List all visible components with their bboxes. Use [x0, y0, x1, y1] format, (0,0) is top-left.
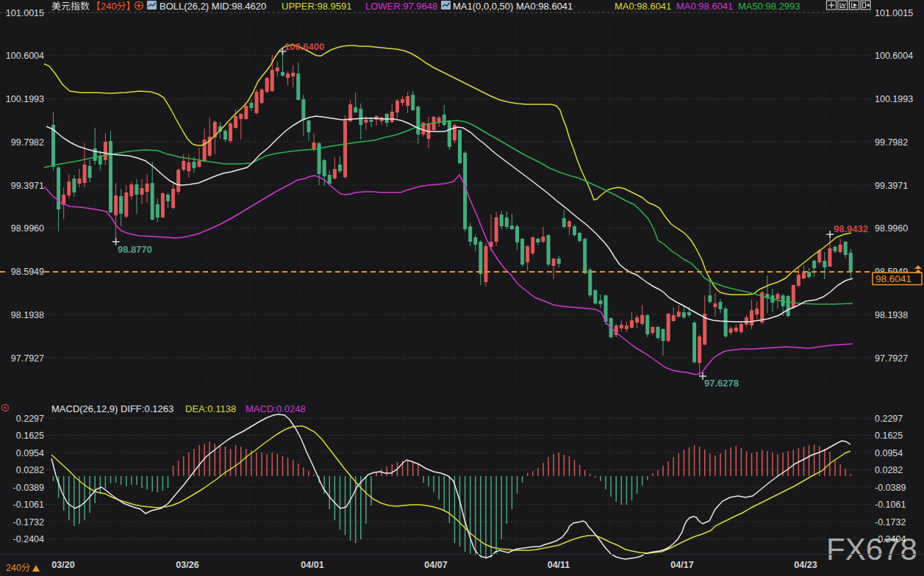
svg-text:-0.1061: -0.1061 — [875, 500, 906, 510]
svg-text:99.7982: 99.7982 — [875, 137, 908, 148]
svg-text:-0.1061: -0.1061 — [13, 500, 44, 510]
svg-text:98.9960: 98.9960 — [11, 223, 44, 234]
svg-text:100.1993: 100.1993 — [875, 94, 913, 104]
svg-text:98.9960: 98.9960 — [875, 223, 908, 234]
svg-text:2: 2 — [101, 1, 106, 12]
svg-text:99.7982: 99.7982 — [11, 137, 44, 148]
svg-text:-0.0389: -0.0389 — [13, 483, 44, 493]
svg-text:-0.0389: -0.0389 — [875, 483, 906, 493]
svg-text:97.6278: 97.6278 — [704, 378, 739, 389]
svg-text:99.3971: 99.3971 — [11, 181, 44, 191]
svg-text:-0.2404: -0.2404 — [875, 534, 906, 544]
svg-text:101.0015: 101.0015 — [6, 8, 44, 18]
svg-text:04/11: 04/11 — [548, 560, 570, 570]
svg-text:0.1625: 0.1625 — [16, 431, 44, 441]
svg-text:0: 0 — [112, 1, 117, 12]
svg-text:04/07: 04/07 — [424, 560, 447, 570]
svg-text:0.0282: 0.0282 — [875, 465, 903, 475]
svg-text:04/01: 04/01 — [301, 560, 323, 570]
svg-text:4: 4 — [106, 1, 111, 12]
svg-text:0.1625: 0.1625 — [875, 431, 903, 441]
svg-text:MACD:0.0248: MACD:0.0248 — [246, 403, 306, 414]
svg-text:04/17: 04/17 — [670, 560, 693, 570]
svg-text:101.0015: 101.0015 — [875, 8, 913, 18]
svg-text:-0.1732: -0.1732 — [875, 517, 906, 528]
svg-text:100.6004: 100.6004 — [6, 51, 44, 61]
svg-text:-0.2404: -0.2404 — [13, 534, 44, 544]
svg-text:MACD(26,12,9) DIFF:0.1263: MACD(26,12,9) DIFF:0.1263 — [51, 403, 173, 414]
svg-text:LOWER:97.9648: LOWER:97.9648 — [365, 1, 437, 12]
svg-text:98.1938: 98.1938 — [875, 310, 908, 320]
svg-text:-0.1732: -0.1732 — [13, 517, 44, 528]
svg-text:98.5949: 98.5949 — [11, 267, 44, 277]
svg-text:0.0954: 0.0954 — [16, 448, 44, 458]
svg-text:97.7927: 97.7927 — [875, 353, 908, 364]
svg-text:MA0:98.6041: MA0:98.6041 — [676, 1, 733, 12]
svg-text:04/23: 04/23 — [794, 560, 817, 570]
svg-text:BOLL(26,2) MID:98.4620: BOLL(26,2) MID:98.4620 — [160, 1, 266, 12]
svg-text:100.1993: 100.1993 — [6, 94, 44, 104]
svg-text:0: 0 — [16, 563, 21, 573]
svg-text:100.6004: 100.6004 — [875, 51, 913, 61]
svg-text:2: 2 — [6, 563, 11, 573]
svg-text:0.2297: 0.2297 — [16, 414, 44, 424]
svg-text:100.6400: 100.6400 — [284, 41, 324, 52]
svg-text:UPPER:98.9591: UPPER:98.9591 — [282, 1, 351, 12]
svg-text:98.1938: 98.1938 — [11, 310, 44, 320]
svg-text:MA50:98.2993: MA50:98.2993 — [738, 1, 801, 12]
svg-text:03/26: 03/26 — [176, 560, 198, 570]
svg-text:03/20: 03/20 — [51, 560, 74, 570]
svg-text:MA0:98.6041: MA0:98.6041 — [615, 1, 671, 12]
svg-text:0.0282: 0.0282 — [16, 465, 44, 475]
svg-text:DEA:0.1138: DEA:0.1138 — [185, 403, 236, 414]
svg-text:0.0954: 0.0954 — [875, 448, 903, 458]
svg-text:97.7927: 97.7927 — [11, 353, 44, 364]
svg-text:99.3971: 99.3971 — [875, 181, 908, 191]
svg-text:MA1(0,0,0,50) MA0:98.6041: MA1(0,0,0,50) MA0:98.6041 — [453, 1, 573, 12]
svg-text:98.9432: 98.9432 — [834, 223, 868, 234]
svg-text:98.6041: 98.6041 — [875, 273, 912, 284]
svg-text:0.2297: 0.2297 — [875, 414, 903, 424]
svg-text:98.8770: 98.8770 — [118, 244, 152, 255]
